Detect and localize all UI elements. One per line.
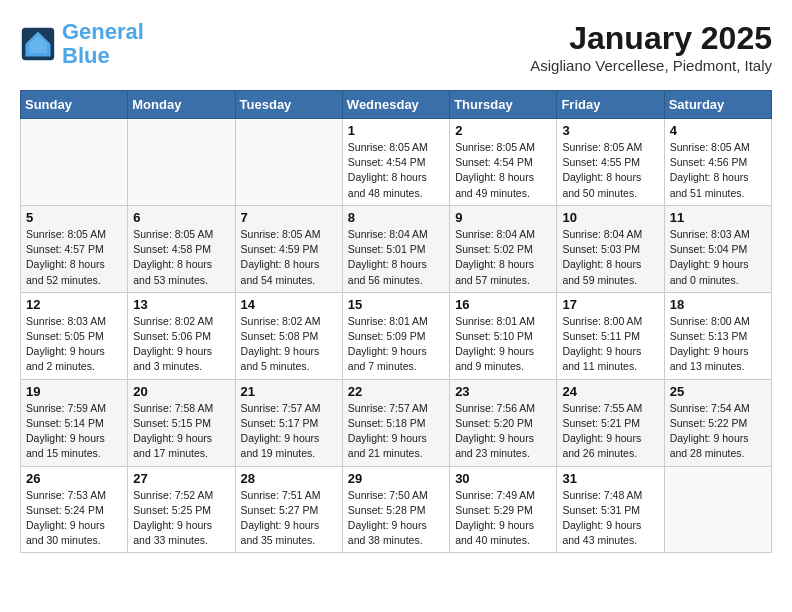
calendar-cell: 30Sunrise: 7:49 AM Sunset: 5:29 PM Dayli…	[450, 466, 557, 553]
page-header: General Blue January 2025 Asigliano Verc…	[20, 20, 772, 74]
logo-text: General Blue	[62, 20, 144, 68]
day-info: Sunrise: 8:03 AM Sunset: 5:05 PM Dayligh…	[26, 314, 122, 375]
day-number: 16	[455, 297, 551, 312]
col-header-wednesday: Wednesday	[342, 91, 449, 119]
day-info: Sunrise: 7:48 AM Sunset: 5:31 PM Dayligh…	[562, 488, 658, 549]
calendar-cell: 3Sunrise: 8:05 AM Sunset: 4:55 PM Daylig…	[557, 119, 664, 206]
day-info: Sunrise: 7:54 AM Sunset: 5:22 PM Dayligh…	[670, 401, 766, 462]
calendar-cell: 8Sunrise: 8:04 AM Sunset: 5:01 PM Daylig…	[342, 205, 449, 292]
day-number: 29	[348, 471, 444, 486]
day-number: 31	[562, 471, 658, 486]
day-number: 17	[562, 297, 658, 312]
calendar-header-row: SundayMondayTuesdayWednesdayThursdayFrid…	[21, 91, 772, 119]
day-info: Sunrise: 8:04 AM Sunset: 5:03 PM Dayligh…	[562, 227, 658, 288]
day-info: Sunrise: 8:02 AM Sunset: 5:06 PM Dayligh…	[133, 314, 229, 375]
logo-icon	[20, 26, 56, 62]
col-header-monday: Monday	[128, 91, 235, 119]
calendar-cell: 28Sunrise: 7:51 AM Sunset: 5:27 PM Dayli…	[235, 466, 342, 553]
day-number: 14	[241, 297, 337, 312]
day-info: Sunrise: 7:57 AM Sunset: 5:17 PM Dayligh…	[241, 401, 337, 462]
calendar-cell: 19Sunrise: 7:59 AM Sunset: 5:14 PM Dayli…	[21, 379, 128, 466]
col-header-saturday: Saturday	[664, 91, 771, 119]
calendar-week-5: 26Sunrise: 7:53 AM Sunset: 5:24 PM Dayli…	[21, 466, 772, 553]
col-header-thursday: Thursday	[450, 91, 557, 119]
day-number: 15	[348, 297, 444, 312]
day-number: 13	[133, 297, 229, 312]
calendar-cell: 20Sunrise: 7:58 AM Sunset: 5:15 PM Dayli…	[128, 379, 235, 466]
calendar-week-3: 12Sunrise: 8:03 AM Sunset: 5:05 PM Dayli…	[21, 292, 772, 379]
day-info: Sunrise: 8:05 AM Sunset: 4:57 PM Dayligh…	[26, 227, 122, 288]
calendar-week-4: 19Sunrise: 7:59 AM Sunset: 5:14 PM Dayli…	[21, 379, 772, 466]
calendar-cell: 2Sunrise: 8:05 AM Sunset: 4:54 PM Daylig…	[450, 119, 557, 206]
day-number: 20	[133, 384, 229, 399]
location-subtitle: Asigliano Vercellese, Piedmont, Italy	[530, 57, 772, 74]
calendar-cell: 9Sunrise: 8:04 AM Sunset: 5:02 PM Daylig…	[450, 205, 557, 292]
calendar-cell: 27Sunrise: 7:52 AM Sunset: 5:25 PM Dayli…	[128, 466, 235, 553]
day-info: Sunrise: 8:02 AM Sunset: 5:08 PM Dayligh…	[241, 314, 337, 375]
day-number: 23	[455, 384, 551, 399]
calendar-cell: 29Sunrise: 7:50 AM Sunset: 5:28 PM Dayli…	[342, 466, 449, 553]
calendar-cell: 4Sunrise: 8:05 AM Sunset: 4:56 PM Daylig…	[664, 119, 771, 206]
calendar-cell: 23Sunrise: 7:56 AM Sunset: 5:20 PM Dayli…	[450, 379, 557, 466]
calendar-cell	[664, 466, 771, 553]
day-number: 6	[133, 210, 229, 225]
calendar-cell: 11Sunrise: 8:03 AM Sunset: 5:04 PM Dayli…	[664, 205, 771, 292]
day-info: Sunrise: 7:49 AM Sunset: 5:29 PM Dayligh…	[455, 488, 551, 549]
col-header-tuesday: Tuesday	[235, 91, 342, 119]
calendar-cell: 16Sunrise: 8:01 AM Sunset: 5:10 PM Dayli…	[450, 292, 557, 379]
calendar-week-1: 1Sunrise: 8:05 AM Sunset: 4:54 PM Daylig…	[21, 119, 772, 206]
day-number: 26	[26, 471, 122, 486]
day-info: Sunrise: 8:05 AM Sunset: 4:54 PM Dayligh…	[455, 140, 551, 201]
day-number: 30	[455, 471, 551, 486]
day-number: 18	[670, 297, 766, 312]
day-number: 28	[241, 471, 337, 486]
calendar-cell: 7Sunrise: 8:05 AM Sunset: 4:59 PM Daylig…	[235, 205, 342, 292]
day-number: 7	[241, 210, 337, 225]
day-number: 24	[562, 384, 658, 399]
day-info: Sunrise: 7:56 AM Sunset: 5:20 PM Dayligh…	[455, 401, 551, 462]
calendar-cell: 13Sunrise: 8:02 AM Sunset: 5:06 PM Dayli…	[128, 292, 235, 379]
calendar-cell: 6Sunrise: 8:05 AM Sunset: 4:58 PM Daylig…	[128, 205, 235, 292]
col-header-friday: Friday	[557, 91, 664, 119]
calendar-cell: 5Sunrise: 8:05 AM Sunset: 4:57 PM Daylig…	[21, 205, 128, 292]
calendar-cell	[21, 119, 128, 206]
calendar-cell: 24Sunrise: 7:55 AM Sunset: 5:21 PM Dayli…	[557, 379, 664, 466]
calendar-cell: 12Sunrise: 8:03 AM Sunset: 5:05 PM Dayli…	[21, 292, 128, 379]
calendar-cell: 14Sunrise: 8:02 AM Sunset: 5:08 PM Dayli…	[235, 292, 342, 379]
day-info: Sunrise: 7:58 AM Sunset: 5:15 PM Dayligh…	[133, 401, 229, 462]
day-info: Sunrise: 8:05 AM Sunset: 4:58 PM Dayligh…	[133, 227, 229, 288]
col-header-sunday: Sunday	[21, 91, 128, 119]
calendar-cell: 18Sunrise: 8:00 AM Sunset: 5:13 PM Dayli…	[664, 292, 771, 379]
day-info: Sunrise: 8:05 AM Sunset: 4:59 PM Dayligh…	[241, 227, 337, 288]
day-number: 4	[670, 123, 766, 138]
calendar-table: SundayMondayTuesdayWednesdayThursdayFrid…	[20, 90, 772, 553]
calendar-week-2: 5Sunrise: 8:05 AM Sunset: 4:57 PM Daylig…	[21, 205, 772, 292]
day-number: 25	[670, 384, 766, 399]
calendar-cell: 21Sunrise: 7:57 AM Sunset: 5:17 PM Dayli…	[235, 379, 342, 466]
day-number: 9	[455, 210, 551, 225]
day-info: Sunrise: 8:01 AM Sunset: 5:09 PM Dayligh…	[348, 314, 444, 375]
day-info: Sunrise: 7:50 AM Sunset: 5:28 PM Dayligh…	[348, 488, 444, 549]
calendar-cell	[128, 119, 235, 206]
day-info: Sunrise: 7:59 AM Sunset: 5:14 PM Dayligh…	[26, 401, 122, 462]
day-number: 27	[133, 471, 229, 486]
calendar-cell: 22Sunrise: 7:57 AM Sunset: 5:18 PM Dayli…	[342, 379, 449, 466]
day-info: Sunrise: 7:51 AM Sunset: 5:27 PM Dayligh…	[241, 488, 337, 549]
day-info: Sunrise: 8:05 AM Sunset: 4:54 PM Dayligh…	[348, 140, 444, 201]
day-number: 3	[562, 123, 658, 138]
day-number: 12	[26, 297, 122, 312]
day-info: Sunrise: 8:05 AM Sunset: 4:56 PM Dayligh…	[670, 140, 766, 201]
day-info: Sunrise: 8:03 AM Sunset: 5:04 PM Dayligh…	[670, 227, 766, 288]
day-info: Sunrise: 8:05 AM Sunset: 4:55 PM Dayligh…	[562, 140, 658, 201]
day-info: Sunrise: 8:04 AM Sunset: 5:01 PM Dayligh…	[348, 227, 444, 288]
day-info: Sunrise: 8:00 AM Sunset: 5:13 PM Dayligh…	[670, 314, 766, 375]
day-info: Sunrise: 8:01 AM Sunset: 5:10 PM Dayligh…	[455, 314, 551, 375]
day-number: 5	[26, 210, 122, 225]
day-number: 10	[562, 210, 658, 225]
day-info: Sunrise: 8:00 AM Sunset: 5:11 PM Dayligh…	[562, 314, 658, 375]
title-block: January 2025 Asigliano Vercellese, Piedm…	[530, 20, 772, 74]
day-info: Sunrise: 7:57 AM Sunset: 5:18 PM Dayligh…	[348, 401, 444, 462]
calendar-cell: 31Sunrise: 7:48 AM Sunset: 5:31 PM Dayli…	[557, 466, 664, 553]
month-title: January 2025	[530, 20, 772, 57]
day-number: 2	[455, 123, 551, 138]
